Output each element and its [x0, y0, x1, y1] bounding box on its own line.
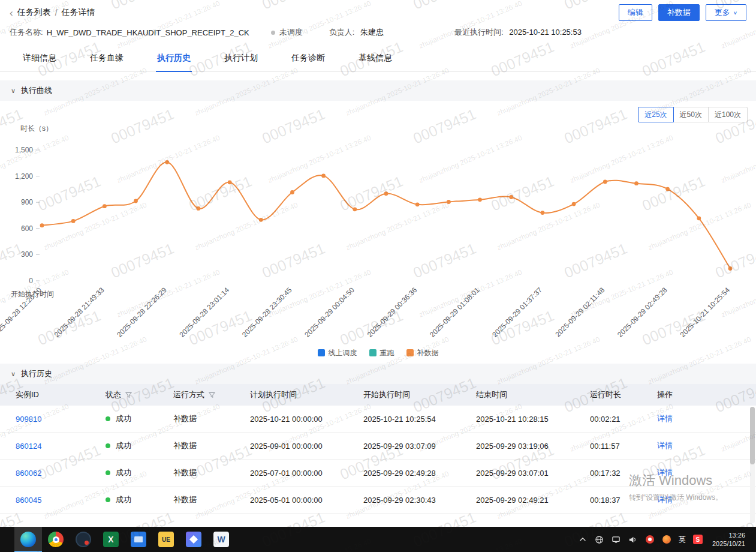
status-cell: 成功: [106, 440, 173, 451]
duration-line-chart: 03006009001,2001,5002025-09-28 12:20:102…: [0, 131, 746, 346]
tabs: 详细信息任务血缘执行历史执行计划任务诊断基线信息: [0, 45, 756, 72]
more-button[interactable]: 更多 ∨: [706, 4, 746, 21]
status-cell: 成功: [106, 413, 173, 424]
history-section-title: 执行历史: [21, 368, 52, 379]
detail-link[interactable]: 详情: [657, 468, 673, 477]
svg-text:2025-09-29 00:36:36: 2025-09-29 00:36:36: [366, 286, 419, 339]
success-dot-icon: [106, 497, 110, 502]
run-mode-cell: 补数据: [173, 440, 250, 451]
detail-link[interactable]: 详情: [657, 414, 673, 423]
collapse-caret-icon[interactable]: ∨: [11, 87, 16, 95]
taskbar-app-files[interactable]: [125, 527, 152, 552]
network-globe-icon[interactable]: [595, 535, 604, 544]
top-bar: ‹ 任务列表 / 任务详情 编辑 补数据 更多 ∨: [0, 0, 756, 23]
taskbar-app-chrome[interactable]: [42, 527, 70, 552]
taskbar-app-browser[interactable]: [70, 527, 97, 552]
breadcrumb-separator: /: [55, 8, 58, 17]
range-button-last-100[interactable]: 近100次: [708, 107, 748, 122]
legend-label: 补数据: [417, 348, 439, 358]
chevron-down-icon: ∨: [733, 10, 737, 16]
security-tray-icon[interactable]: [645, 535, 655, 544]
column-header: 操作: [657, 389, 756, 400]
success-dot-icon: [106, 443, 110, 448]
svg-text:2025-09-28 23:30:45: 2025-09-28 23:30:45: [240, 286, 294, 339]
start-time-cell: 2025-09-29 03:07:09: [363, 442, 476, 451]
tab-detail-info[interactable]: 详细信息: [6, 45, 73, 71]
range-button-last-50[interactable]: 近50次: [673, 107, 709, 122]
excel-icon: X: [103, 532, 119, 547]
end-time-cell: 2025-09-29 03:19:06: [476, 442, 590, 451]
curve-section-header[interactable]: ∨ 执行曲线: [0, 80, 756, 101]
run-mode-cell: 补数据: [173, 467, 250, 478]
svg-text:2025-09-29 01:08:01: 2025-09-29 01:08:01: [428, 286, 481, 339]
taskbar-app-edge[interactable]: [14, 527, 42, 552]
scrollbar-thumb[interactable]: [750, 407, 755, 464]
end-time-cell: 2025-09-29 03:07:01: [476, 469, 590, 478]
edge-icon: [20, 532, 36, 547]
collapse-caret-icon[interactable]: ∨: [11, 370, 16, 378]
column-header: 状态: [106, 389, 173, 400]
column-header: 开始执行时间: [363, 389, 476, 400]
start-time-cell: 2025-09-29 02:30:43: [363, 496, 476, 505]
tab-task-diagnosis[interactable]: 任务诊断: [275, 45, 342, 71]
legend-swatch-icon: [369, 349, 377, 356]
table-scrollbar[interactable]: [750, 407, 755, 523]
range-button-last-25[interactable]: 近25次: [638, 107, 673, 122]
tab-baseline-info[interactable]: 基线信息: [342, 45, 409, 71]
tab-execution-plan[interactable]: 执行计划: [207, 45, 275, 71]
instance-id-link[interactable]: 860045: [16, 496, 41, 505]
instance-id-link[interactable]: 860062: [16, 469, 41, 478]
tab-task-lineage[interactable]: 任务血缘: [73, 45, 140, 71]
filter-icon[interactable]: [125, 392, 132, 398]
page: { "colors":{"accent":"#2468e5","success"…: [0, 0, 756, 552]
word-icon: W: [213, 532, 229, 547]
owner-label: 负责人:: [329, 28, 355, 37]
svg-text:300: 300: [21, 250, 33, 259]
ime-language-indicator[interactable]: 英: [679, 535, 686, 545]
end-time-cell: 2025-09-29 02:49:21: [476, 496, 590, 505]
success-dot-icon: [106, 416, 110, 421]
curve-section-title: 执行曲线: [21, 85, 52, 96]
volume-icon[interactable]: [628, 535, 638, 544]
legend-item[interactable]: 重跑: [369, 348, 394, 358]
instance-id-link[interactable]: 909810: [16, 415, 41, 424]
svg-text:2025-09-29 02:49:28: 2025-09-29 02:49:28: [616, 286, 669, 339]
run-mode-cell: 补数据: [173, 413, 250, 424]
detail-link[interactable]: 详情: [657, 441, 673, 450]
clock-date: 2025/10/21: [712, 539, 745, 548]
legend-label: 重跑: [380, 348, 394, 358]
taskbar-app-word[interactable]: W: [207, 527, 235, 552]
duration-cell: 00:17:32: [590, 469, 657, 478]
column-header: 实例ID: [16, 389, 106, 400]
legend-swatch-icon: [406, 349, 414, 356]
filter-icon[interactable]: [209, 392, 215, 398]
display-icon[interactable]: [612, 535, 621, 544]
start-time-cell: 2025-09-29 02:49:28: [363, 469, 476, 478]
tab-execution-history[interactable]: 执行历史: [140, 45, 207, 71]
edit-button[interactable]: 编辑: [619, 4, 652, 21]
svg-text:0: 0: [29, 277, 33, 285]
backfill-button[interactable]: 补数据: [658, 4, 700, 21]
column-header: 计划执行时间: [250, 389, 363, 400]
breadcrumb-parent[interactable]: 任务列表: [17, 7, 51, 18]
plan-time-cell: 2025-07-01 00:00:00: [250, 469, 363, 478]
back-icon[interactable]: ‹: [10, 8, 13, 18]
plan-time-cell: 2025-09-01 00:00:00: [250, 442, 363, 451]
tray-expand-icon[interactable]: [578, 535, 588, 544]
instance-id-link[interactable]: 860124: [16, 442, 41, 451]
taskbar-clock[interactable]: 13:26 2025/10/21: [712, 531, 745, 548]
design-icon: [186, 532, 201, 547]
update-tray-icon[interactable]: [662, 535, 671, 544]
column-header: 结束时间: [476, 389, 590, 400]
taskbar-app-excel[interactable]: X: [97, 527, 125, 552]
history-section-header[interactable]: ∨ 执行历史: [0, 364, 756, 384]
svg-text:2025-09-28 22:26:29: 2025-09-28 22:26:29: [115, 286, 168, 339]
legend-item[interactable]: 线上调度: [318, 348, 357, 358]
taskbar-app-design[interactable]: [180, 527, 207, 552]
legend-item[interactable]: 补数据: [406, 348, 439, 358]
sogou-input-icon[interactable]: S: [693, 535, 703, 544]
windows-taskbar: X UE W 英 S 13:26 2025/10/21: [0, 527, 756, 552]
taskbar-app-editor[interactable]: UE: [152, 527, 180, 552]
table-header-row: 实例ID状态运行方式计划执行时间开始执行时间结束时间运行时长操作: [0, 384, 756, 406]
detail-link[interactable]: 详情: [657, 495, 673, 504]
